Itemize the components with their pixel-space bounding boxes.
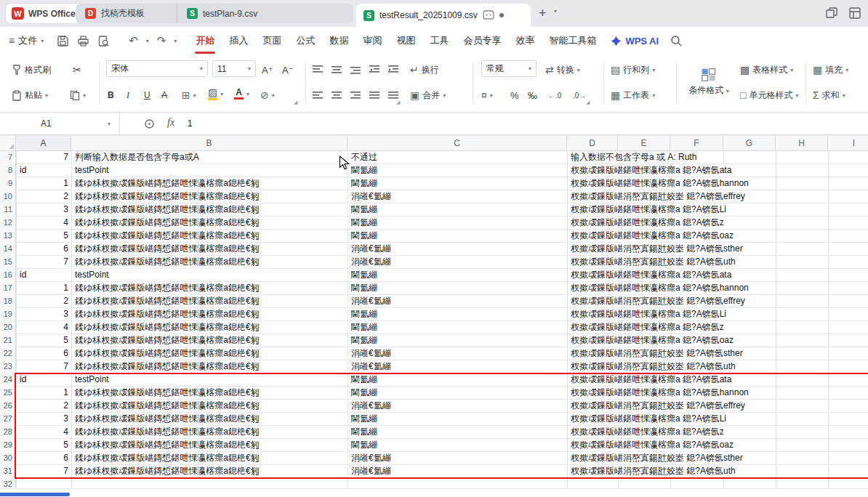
wps-office-button[interactable]: W WPS Office [6, 4, 84, 23]
thousands-separator-button[interactable]: ‰ [528, 86, 537, 105]
cell-D17[interactable]: 杈撳叆鏁版嵁鍖呭惈瀛楁瘝a 鎴?A锛氬hannon [569, 282, 750, 294]
column-header-F[interactable]: F [670, 136, 723, 150]
column-header-A[interactable]: A [16, 136, 71, 150]
number-format-select[interactable]: 常规 ▾ [481, 60, 537, 77]
cell-C23[interactable]: 涓嶉€氳繃 [350, 360, 393, 373]
cell-B16[interactable]: testPoint [73, 269, 110, 281]
cell-A22[interactable]: 6 [17, 347, 68, 360]
column-header-C[interactable]: C [347, 136, 567, 150]
cell-C20[interactable]: 閫氳繃 [350, 321, 379, 334]
merge-cells-button[interactable]: ▣ 合并 ▾ [410, 86, 446, 105]
fill-color-button[interactable]: ▨ ▾ [208, 84, 223, 103]
bold-button[interactable]: B [108, 86, 114, 105]
name-box-caret-icon[interactable]: ▾ [108, 121, 110, 127]
row-header-31[interactable]: 31 [0, 465, 16, 478]
cell-B19[interactable]: 鍒ゆ柇杈撳叆鏁版嵁鏄惁鍖呭惈瀛楁瘝a鎴栬€匑 [73, 308, 261, 320]
cell-B9[interactable]: 鍒ゆ柇杈撳叆鏁版嵁鏄惁鍖呭惈瀛楁瘝a鎴栬€匑 [73, 177, 261, 190]
cell-A29[interactable]: 5 [17, 439, 68, 451]
cell-B13[interactable]: 鍒ゆ柇杈撳叆鏁版嵁鏄惁鍖呭惈瀛楁瘝a鎴栬€匑 [73, 230, 261, 242]
format-painter-button[interactable]: 格式刷 [12, 60, 51, 79]
sum-button[interactable]: Σ 求和 ▾ [813, 86, 845, 105]
cell-C21[interactable]: 閫氳繃 [350, 334, 379, 347]
cell-D24[interactable]: 杈撳叆鏁版嵁鍖呭惈瀛楁瘝a 鎴?A锛氬ata [569, 373, 733, 386]
insert-function-icon[interactable]: fx [167, 117, 174, 129]
cell-B27[interactable]: 鍒ゆ柇杈撳叆鏁版嵁鏄惁鍖呭惈瀛楁瘝a鎴栬€匑 [73, 413, 261, 425]
menu-insert[interactable]: 插入 [222, 27, 255, 54]
cell-A16[interactable]: id [18, 269, 28, 281]
print-icon[interactable] [77, 35, 89, 47]
cell-A9[interactable]: 1 [17, 177, 68, 190]
row-header-8[interactable]: 8 [0, 164, 16, 177]
cell-A28[interactable]: 4 [17, 426, 68, 438]
align-bottom-button[interactable] [350, 60, 361, 79]
cell-B30[interactable]: 鍒ゆ柇杈撳叆鏁版嵁鏄惁鍖呭惈瀛楁瘝a鎴栬€匑 [73, 452, 261, 464]
row-header-19[interactable]: 19 [0, 308, 16, 321]
font-dialog-launcher[interactable]: ◢ [294, 100, 297, 105]
row-header-28[interactable]: 28 [0, 426, 16, 439]
menu-formula[interactable]: 公式 [289, 27, 322, 54]
row-header-27[interactable]: 27 [0, 413, 16, 426]
cell-B20[interactable]: 鍒ゆ柇杈撳叆鏁版嵁鏄惁鍖呭惈瀛楁瘝a鎴栬€匑 [73, 321, 261, 334]
cell-C17[interactable]: 閫氳繃 [350, 282, 379, 294]
redo-caret-icon[interactable]: ▾ [174, 38, 177, 44]
wps-ai-button[interactable]: WPS AI [611, 36, 659, 47]
row-header-22[interactable]: 22 [0, 347, 16, 360]
menu-view[interactable]: 视图 [389, 27, 422, 54]
cell-D10[interactable]: 杈撳叆鏁版嵁涓嶅寘鍚瓧姣峚 鎴?A锛氬effrey [569, 190, 747, 203]
align-center-button[interactable] [331, 86, 342, 105]
cell-D21[interactable]: 杈撳叆鏁版嵁鍖呭惈瀛楁瘝a 鎴?A锛氬oaz [569, 334, 735, 347]
cell-style-button[interactable]: □ 单元格样式 ▾ [740, 86, 798, 105]
align-left-button[interactable] [313, 86, 323, 105]
column-header-B[interactable]: B [71, 136, 347, 150]
row-header-24[interactable]: 24 [0, 373, 16, 387]
cell-D13[interactable]: 杈撳叆鏁版嵁鍖呭惈瀛楁瘝a 鎴?A锛氬oaz [569, 230, 735, 242]
assistant-icon[interactable] [483, 10, 494, 20]
undo-icon[interactable]: ↶ [129, 34, 138, 47]
cell-C9[interactable]: 閫氳繃 [350, 177, 379, 190]
row-header-21[interactable]: 21 [0, 334, 16, 347]
cell-A14[interactable]: 6 [17, 243, 68, 255]
formula-input-value[interactable]: 1 [188, 118, 193, 129]
undo-caret-icon[interactable]: ▾ [146, 38, 149, 44]
cell-B15[interactable]: 鍒ゆ柇杈撳叆鏁版嵁鏄惁鍖呭惈瀛楁瘝a鎴栬€匑 [73, 256, 261, 268]
cell-A13[interactable]: 5 [17, 230, 68, 242]
cell-A15[interactable]: 7 [17, 256, 68, 268]
cell-B12[interactable]: 鍒ゆ柇杈撳叆鏁版嵁鏄惁鍖呭惈瀛楁瘝a鎴栬€匑 [73, 217, 261, 229]
cell-A21[interactable]: 5 [17, 334, 68, 347]
cell-D14[interactable]: 杈撳叆鏁版嵁涓嶅寘鍚瓧姣峚 鎴?A锛氬sther [569, 243, 744, 255]
cell-D18[interactable]: 杈撳叆鏁版嵁涓嶅寘鍚瓧姣峚 鎴?A锛氬effrey [569, 295, 747, 307]
tab-list-caret-icon[interactable]: ▾ [554, 8, 557, 15]
menu-member[interactable]: 会员专享 [456, 27, 508, 54]
row-header-17[interactable]: 17 [0, 282, 16, 295]
cell-C24[interactable]: 閫氳繃 [350, 373, 379, 386]
row-header-13[interactable]: 13 [0, 230, 16, 243]
cell-B21[interactable]: 鍒ゆ柇杈撳叆鏁版嵁鏄惁鍖呭惈瀛楁瘝a鎴栬€匑 [73, 334, 261, 347]
cell-A17[interactable]: 1 [17, 282, 68, 294]
increase-font-button[interactable]: A⁺ [262, 60, 273, 79]
cell-D12[interactable]: 杈撳叆鏁版嵁鍖呭惈瀛楁瘝a 鎴?A锛氬z [569, 217, 726, 229]
row-header-12[interactable]: 12 [0, 217, 16, 230]
row-header-29[interactable]: 29 [0, 439, 16, 452]
wrap-text-button[interactable]: ↵ 换行 [410, 60, 439, 79]
cell-B7[interactable]: 判断输入数据是否包含字母a或A [73, 151, 201, 163]
cell-C22[interactable]: 涓嶉€氳繃 [350, 347, 393, 360]
cell-C16[interactable]: 閫氳繃 [350, 269, 379, 281]
menu-smart-toolbox[interactable]: 智能工具箱 [542, 27, 603, 54]
cell-D8[interactable]: 杈撳叆鏁版嵁鍖呭惈瀛楁瘝a 鎴?A锛氬ata [569, 164, 733, 177]
new-tab-button[interactable]: + [539, 4, 547, 22]
cell-B17[interactable]: 鍒ゆ柇杈撳叆鏁版嵁鏄惁鍖呭惈瀛楁瘝a鎴栬€匑 [73, 282, 261, 294]
cell-A25[interactable]: 1 [17, 387, 68, 399]
cell-D29[interactable]: 杈撳叆鏁版嵁鍖呭惈瀛楁瘝a 鎴?A锛氬oaz [569, 439, 735, 451]
table-style-button[interactable]: ▩ 表格样式 ▾ [740, 60, 793, 79]
column-header-G[interactable]: G [723, 136, 776, 150]
cell-C18[interactable]: 涓嶉€氳繃 [350, 295, 393, 307]
column-header-I[interactable]: I [828, 136, 868, 150]
row-header-11[interactable]: 11 [0, 203, 16, 217]
cell-B24[interactable]: testPoint [73, 373, 110, 386]
cell-A19[interactable]: 3 [17, 308, 68, 320]
cell-D23[interactable]: 杈撳叆鏁版嵁涓嶅寘鍚瓧姣峚 鎴?A锛氬uth [569, 360, 737, 373]
font-color-button[interactable]: A ▾ [234, 84, 249, 103]
cell-C30[interactable]: 涓嶉€氳繃 [350, 452, 393, 464]
underline-button[interactable]: U [144, 86, 150, 105]
cell-D26[interactable]: 杈撳叆鏁版嵁涓嶅寘鍚瓧姣峚 鎴?A锛氬effrey [569, 400, 747, 412]
